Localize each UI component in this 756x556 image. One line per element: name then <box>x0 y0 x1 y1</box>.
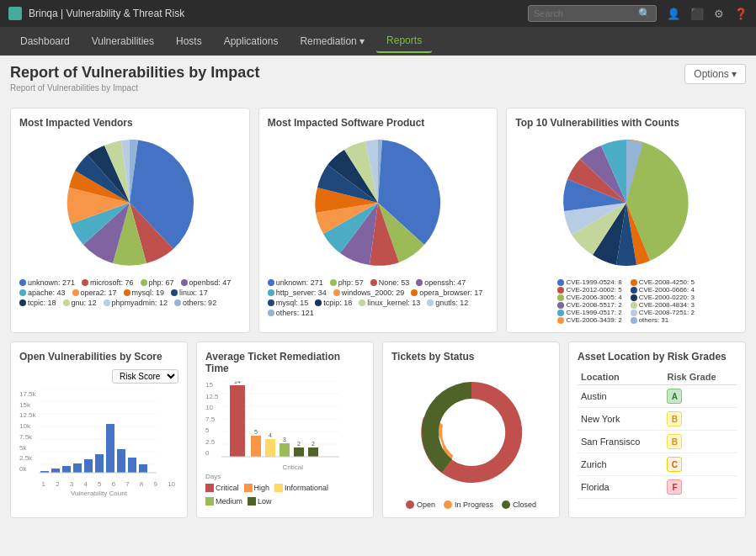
card-title-software: Most Impacted Software Product <box>268 117 489 129</box>
legend-item: gnu: 12 <box>63 299 97 307</box>
software-pie <box>311 135 445 270</box>
svg-rect-13 <box>106 424 114 473</box>
svg-text:2: 2 <box>297 441 301 447</box>
top-bar: Brinqa | Vulnerability & Threat Risk 🔍 👤… <box>0 0 756 27</box>
legend-item: unknown: 271 <box>19 278 75 287</box>
legend-item: unknown: 271 <box>268 278 323 287</box>
legend-item: CVE-2000-0220: 3 <box>631 294 695 301</box>
grade-cell: A <box>663 385 737 408</box>
grade-cell: C <box>663 453 737 476</box>
location-cell: Austin <box>578 385 663 408</box>
page-content: Options ▾ Report of Vulnerabilities by I… <box>0 56 756 556</box>
asset-table: Location Risk Grade Austin A New York B … <box>578 369 737 499</box>
vendors-legend: unknown: 271 microsoft: 76 php: 67 openb… <box>19 278 241 307</box>
svg-rect-12 <box>95 454 104 473</box>
legend-item: mysql: 19 <box>124 289 165 297</box>
help-icon[interactable]: ❓ <box>734 8 748 20</box>
donut-legend: Open In Progress Closed <box>391 500 551 509</box>
legend-item: apache: 43 <box>19 289 66 297</box>
svg-rect-34 <box>308 447 318 457</box>
card-most-impacted-software: Most Impacted Software Product <box>258 108 498 333</box>
legend-item: CVE-2008-7251: 2 <box>631 309 695 316</box>
legend-item: mysql: 15 <box>268 299 309 307</box>
legend-item: openbsd: 47 <box>181 278 232 287</box>
nav-reports[interactable]: Reports <box>376 29 432 53</box>
avg-y-title: Days <box>205 473 365 480</box>
svg-text:14: 14 <box>234 381 241 384</box>
y-axis-labels: 17.5k15k12.5k10k7.5k5k2.5k0k <box>19 389 36 473</box>
avg-x-label: Critical <box>221 463 365 471</box>
svg-rect-11 <box>84 459 93 473</box>
col-risk-grade: Risk Grade <box>663 369 737 385</box>
card-title-asset: Asset Location by Risk Grades <box>578 351 737 363</box>
card-avg-ticket: Average Ticket Remediation Time 1512.510… <box>196 342 374 518</box>
legend-item: CVE-2012-0002: 5 <box>557 286 621 294</box>
settings-icon[interactable]: ⚙ <box>714 8 724 20</box>
y-axis-label: Vulnerability Count <box>19 490 178 497</box>
table-row: New York B <box>578 408 737 431</box>
top-bar-brand: Brinqa | Vulnerability & Threat Risk <box>8 7 184 20</box>
legend-item: others: 31 <box>631 316 695 324</box>
card-title-tickets: Tickets by Status <box>391 351 551 363</box>
legend-item: Critical <box>205 484 239 492</box>
search-box[interactable]: 🔍 <box>528 5 657 22</box>
legend-item: opera2: 17 <box>72 289 117 297</box>
table-row: San Fransisco B <box>578 431 737 453</box>
card-open-vulns: Open Vulnerabilities by Score Risk Score… <box>10 342 188 518</box>
legend-item: phpmyadmin: 12 <box>104 299 168 307</box>
svg-text:3: 3 <box>283 437 286 442</box>
grade-badge: B <box>667 411 682 426</box>
search-icon: 🔍 <box>638 8 651 19</box>
svg-text:5: 5 <box>254 429 258 435</box>
legend-item: CVE-1999-0517: 2 <box>557 309 621 316</box>
nav-applications[interactable]: Applications <box>214 30 289 52</box>
legend-item: openssh: 47 <box>416 278 466 287</box>
grade-badge: B <box>667 434 682 449</box>
top10-legend: CVE-1999-0524: 8 CVE-2012-0002: 5 CVE-20… <box>557 278 695 324</box>
svg-rect-15 <box>128 458 136 473</box>
table-row: Florida F <box>578 476 737 499</box>
card-most-impacted-vendors: Most Impacted Vendors <box>10 108 250 333</box>
search-input[interactable] <box>534 8 635 19</box>
legend-item: Low <box>248 497 272 506</box>
legend-item: CVE-2000-0666: 4 <box>631 286 695 294</box>
legend-item-inprogress: In Progress <box>444 500 493 509</box>
legend-item-closed: Closed <box>502 500 536 509</box>
svg-rect-28 <box>265 439 275 457</box>
user-icon[interactable]: 👤 <box>667 8 680 20</box>
svg-text:2: 2 <box>311 441 315 447</box>
grade-badge: C <box>667 457 682 472</box>
software-chart: unknown: 271 php: 57 None: 53 openssh: 4… <box>268 135 489 317</box>
avg-ticket-legend: Critical High Informational Medium Low <box>205 484 365 506</box>
nav-remediation[interactable]: Remediation ▾ <box>290 30 375 52</box>
svg-rect-16 <box>139 464 147 473</box>
table-row: Zurich C <box>578 453 737 476</box>
legend-item: windows_2000: 29 <box>333 289 405 297</box>
legend-item: tcpip: 18 <box>315 299 352 307</box>
table-row: Austin A <box>578 385 737 408</box>
x-axis-labels: 12345678910 <box>39 480 178 488</box>
software-legend: unknown: 271 php: 57 None: 53 openssh: 4… <box>268 278 489 317</box>
app-title: Brinqa | Vulnerability & Threat Risk <box>29 8 184 19</box>
card-title-avg-ticket: Average Ticket Remediation Time <box>205 351 365 374</box>
vendors-chart: unknown: 271 microsoft: 76 php: 67 openb… <box>19 135 241 307</box>
nav-vulnerabilities[interactable]: Vulnerabilities <box>82 30 164 52</box>
legend-item: Informational <box>274 484 328 492</box>
risk-score-dropdown[interactable]: Risk Score <box>112 369 178 384</box>
legend-item: tcpic: 18 <box>19 299 56 307</box>
svg-rect-26 <box>251 436 261 457</box>
svg-rect-8 <box>51 469 60 473</box>
nav-hosts[interactable]: Hosts <box>166 30 212 52</box>
legend-item-open: Open <box>406 500 435 509</box>
nav-dashboard[interactable]: Dashboard <box>10 30 80 52</box>
apps-icon[interactable]: ⬛ <box>690 8 704 20</box>
top10-pie <box>559 135 694 270</box>
breadcrumb: Report of Vulnerabilities by Impact <box>10 83 746 93</box>
card-title-top10: Top 10 Vulnerabilities with Counts <box>515 117 737 129</box>
location-cell: Zurich <box>578 453 663 476</box>
svg-rect-32 <box>294 447 304 457</box>
legend-item: CVE-2006-3005: 4 <box>557 294 621 301</box>
options-button[interactable]: Options ▾ <box>684 64 746 84</box>
grade-cell: B <box>663 408 737 431</box>
legend-item: others: 92 <box>174 299 216 307</box>
